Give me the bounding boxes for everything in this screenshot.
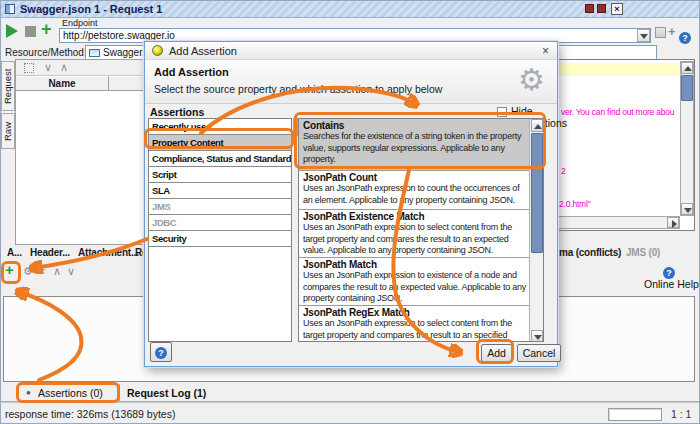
tab-request[interactable]: Request (1, 61, 15, 111)
caret-position: 1 : 1 (671, 408, 691, 420)
tab-auth[interactable]: A... (7, 247, 22, 258)
column-name[interactable]: Name (16, 76, 109, 91)
dialog-header-subtitle: Select the source property and which ass… (154, 83, 442, 95)
dialog-titlebar[interactable]: Add Assertion × (145, 42, 557, 60)
assertion-type-list: Contains Searches for the existence of a… (298, 118, 544, 342)
scroll-right-button[interactable] (667, 217, 679, 228)
assertion-item-jsonpath-count[interactable]: JsonPath Count Uses an JsonPath expressi… (299, 171, 530, 210)
add-assertion-button[interactable]: + (5, 261, 14, 278)
hide-descriptions-checkbox[interactable] (497, 107, 507, 117)
maximize-icon[interactable] (597, 4, 606, 13)
assertion-item-jsonpath-regex[interactable]: JsonPath RegEx Match Uses an JsonPath ex… (299, 306, 530, 342)
gear-icon: ⚙ (518, 62, 545, 97)
add-endpoint-icon[interactable]: + (668, 24, 676, 39)
cancel-button[interactable]: Cancel (517, 344, 561, 362)
tab-jms[interactable]: JMS (0) (626, 247, 660, 258)
soapui-request-window: Swagger.json 1 - Request 1 × + Endpoint … (0, 0, 700, 424)
scroll-up-button[interactable] (681, 62, 693, 74)
list-scroll-thumb[interactable] (531, 133, 543, 253)
configure-icon[interactable]: ⚙ (23, 265, 33, 278)
response-text-line2: 2.0.html" (559, 199, 619, 209)
close-icon[interactable]: × (611, 3, 623, 15)
assertion-item-jsonpath-existence[interactable]: JsonPath Existence Match Uses an JsonPat… (299, 210, 530, 258)
assertion-up-icon[interactable]: ∧ (53, 265, 61, 278)
assertion-item-contains[interactable]: Contains Searches for the existence of a… (299, 119, 530, 171)
dialog-header: Add Assertion Select the source property… (145, 60, 557, 104)
add-to-testcase-icon[interactable] (655, 27, 666, 38)
assertion-item-jsonpath-match[interactable]: JsonPath Match Uses an JsonPath expressi… (299, 258, 530, 306)
category-script[interactable]: Script (149, 167, 291, 183)
window-icon (5, 4, 15, 14)
window-title: Swagger.json 1 - Request 1 (20, 3, 162, 15)
status-bar: response time: 326ms (13689 bytes) 1 : 1 (1, 402, 700, 424)
category-property-content[interactable]: Property Content (149, 135, 291, 151)
dialog-help-button[interactable]: ? (150, 342, 172, 362)
progress-bar (608, 408, 662, 421)
move-down-icon[interactable]: ∨ (44, 61, 52, 74)
online-help-label[interactable]: Online Help (644, 278, 699, 290)
stop-request-button[interactable] (25, 26, 36, 37)
add-request-icon[interactable]: + (41, 19, 52, 40)
assertion-down-icon[interactable]: ∨ (67, 265, 75, 278)
bottom-tabs-row: ● Assertions (0) Request Log (1) (1, 384, 700, 402)
run-request-button[interactable] (6, 24, 18, 38)
tab-raw[interactable]: Raw (1, 113, 15, 149)
dialog-close-icon[interactable]: × (542, 44, 549, 58)
response-text-fragment: 2 (561, 166, 581, 176)
response-text-line: ver. You can find out more abou (561, 107, 680, 117)
minimize-icon[interactable] (585, 4, 594, 13)
scroll-down-button[interactable] (681, 203, 693, 215)
add-assertion-dialog: Add Assertion × Add Assertion Select the… (144, 41, 558, 367)
tab-headers[interactable]: Header... (30, 247, 70, 258)
dialog-title: Add Assertion (169, 45, 237, 57)
assertions-dot-icon: ● (26, 388, 31, 397)
dialog-header-title: Add Assertion (154, 66, 229, 78)
endpoint-label: Endpoint (62, 18, 98, 28)
remove-icon[interactable]: × (39, 265, 45, 277)
tab-assertions[interactable]: Assertions (0) (38, 387, 103, 399)
category-sla[interactable]: SLA (149, 183, 291, 199)
assertion-list-scrollbar[interactable] (529, 119, 543, 342)
vscroll-thumb[interactable] (681, 75, 693, 101)
assertion-dialog-icon (152, 45, 163, 56)
tab-request-log[interactable]: Request Log (1) (127, 387, 206, 399)
method-icon (89, 49, 100, 57)
response-time-status: response time: 326ms (13689 bytes) (5, 408, 175, 420)
endpoint-dropdown-button[interactable] (637, 29, 650, 42)
category-recently-used[interactable]: Recently used (149, 119, 291, 135)
category-jms[interactable]: JMS (149, 199, 291, 215)
response-vscrollbar[interactable] (680, 61, 694, 216)
resource-method-label: Resource/Method: (5, 47, 87, 58)
window-titlebar[interactable]: Swagger.json 1 - Request 1 × (1, 1, 700, 18)
selection-icon[interactable] (24, 63, 34, 73)
list-scroll-up-button[interactable] (531, 119, 543, 132)
tab-schema-conflicts[interactable]: ma (conflicts) (559, 247, 621, 258)
tab-attachments[interactable]: Attachment... (78, 247, 139, 258)
assertion-category-list: Recently used Property Content Complianc… (148, 118, 292, 342)
assertions-section-label: Assertions (150, 106, 204, 118)
help-icon[interactable]: ? (679, 27, 691, 45)
category-security[interactable]: Security (149, 231, 291, 247)
list-scroll-down-button[interactable] (531, 330, 543, 342)
move-up-icon[interactable]: ∧ (60, 61, 68, 74)
category-jdbc[interactable]: JDBC (149, 215, 291, 231)
tab-separator (119, 384, 120, 402)
add-button[interactable]: Add (481, 344, 512, 362)
endpoint-value: http://petstore.swagger.io (63, 30, 175, 41)
category-compliance[interactable]: Compliance, Status and Standards (149, 151, 291, 167)
